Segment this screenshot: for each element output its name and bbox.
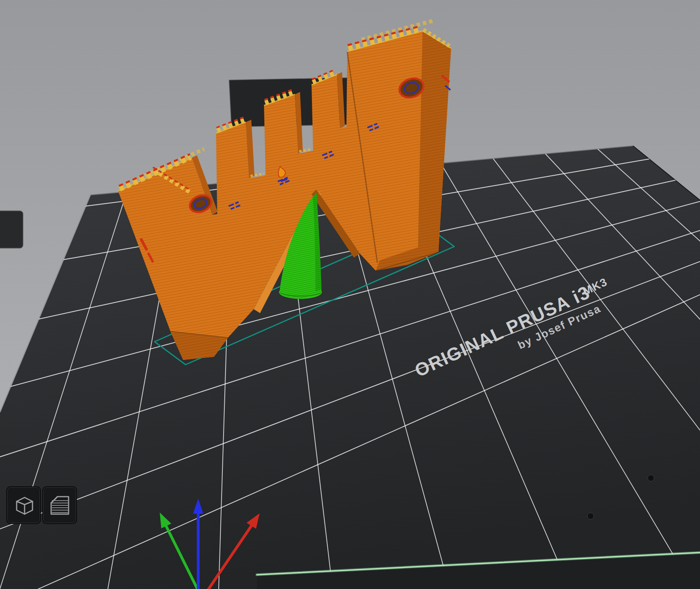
viewport-3d[interactable]: ORIGINAL PRUSA i3 MK3 by Josef Prusa: [0, 0, 700, 589]
preview-view-button[interactable]: [42, 486, 77, 524]
bed-side-tab: [0, 211, 23, 248]
view-toggle: [6, 486, 77, 524]
cube-icon: [11, 493, 36, 518]
bed-screw-hole: [587, 513, 594, 519]
scene-svg: ORIGINAL PRUSA i3 MK3 by Josef Prusa: [0, 0, 700, 589]
bed-screw-hole: [648, 475, 654, 481]
editor-view-button[interactable]: [6, 486, 41, 524]
layers-icon: [47, 493, 73, 518]
